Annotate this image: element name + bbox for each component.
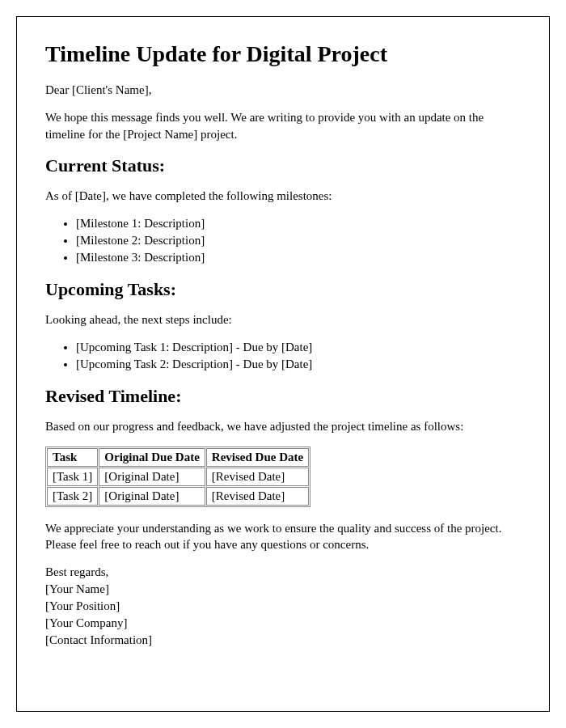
- closing-paragraph: We appreciate your understanding as we w…: [45, 520, 521, 553]
- status-intro: As of [Date], we have completed the foll…: [45, 188, 521, 204]
- revised-heading: Revised Timeline:: [45, 386, 521, 407]
- timeline-table: Task Original Due Date Revised Due Date …: [45, 447, 310, 507]
- milestone-list: [Milestone 1: Description] [Milestone 2:…: [76, 215, 521, 266]
- header-original: Original Due Date: [99, 448, 205, 467]
- signature-regards: Best regards,: [45, 564, 521, 581]
- page-title: Timeline Update for Digital Project: [45, 41, 521, 67]
- list-item: [Upcoming Task 2: Description] - Due by …: [76, 356, 521, 373]
- cell-original: [Original Date]: [99, 487, 205, 506]
- cell-revised: [Revised Date]: [206, 487, 309, 506]
- signature-contact: [Contact Information]: [45, 632, 521, 649]
- header-revised: Revised Due Date: [206, 448, 309, 467]
- header-task: Task: [47, 448, 98, 467]
- list-item: [Milestone 1: Description]: [76, 215, 521, 232]
- upcoming-heading: Upcoming Tasks:: [45, 279, 521, 300]
- signature-block: Best regards, [Your Name] [Your Position…: [45, 564, 521, 649]
- greeting: Dear [Client's Name],: [45, 82, 521, 98]
- table-header-row: Task Original Due Date Revised Due Date: [47, 448, 309, 467]
- upcoming-intro: Looking ahead, the next steps include:: [45, 311, 521, 328]
- cell-task: [Task 1]: [47, 468, 98, 486]
- table-row: [Task 1] [Original Date] [Revised Date]: [47, 468, 309, 486]
- upcoming-list: [Upcoming Task 1: Description] - Due by …: [76, 339, 521, 373]
- list-item: [Milestone 3: Description]: [76, 249, 521, 266]
- cell-task: [Task 2]: [47, 487, 98, 506]
- cell-original: [Original Date]: [99, 468, 205, 486]
- list-item: [Upcoming Task 1: Description] - Due by …: [76, 339, 521, 356]
- list-item: [Milestone 2: Description]: [76, 232, 521, 249]
- signature-position: [Your Position]: [45, 598, 521, 615]
- revised-intro: Based on our progress and feedback, we h…: [45, 418, 521, 434]
- document-container: Timeline Update for Digital Project Dear…: [16, 16, 550, 712]
- signature-name: [Your Name]: [45, 581, 521, 598]
- signature-company: [Your Company]: [45, 615, 521, 632]
- intro-paragraph: We hope this message finds you well. We …: [45, 109, 521, 142]
- cell-revised: [Revised Date]: [206, 468, 309, 486]
- status-heading: Current Status:: [45, 155, 521, 176]
- table-row: [Task 2] [Original Date] [Revised Date]: [47, 487, 309, 506]
